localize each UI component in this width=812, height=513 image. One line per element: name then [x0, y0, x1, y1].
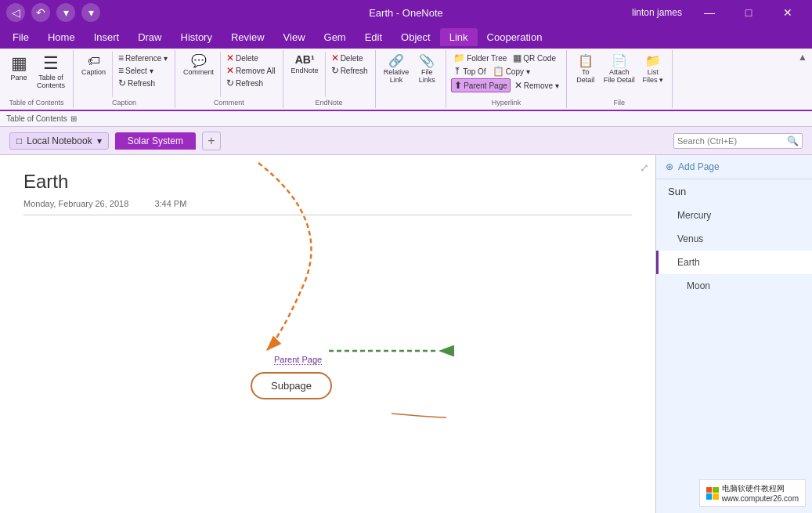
search-icon[interactable]: 🔍 — [787, 135, 799, 146]
ribbon-collapse-button[interactable]: ▲ — [798, 52, 807, 63]
to-detail-icon: 📋 — [578, 53, 594, 68]
endnote-col: ✕ Delete ↻ Refresh — [329, 52, 370, 77]
top-of-button[interactable]: ⤒ Top Of — [451, 65, 488, 78]
parent-page-annotation-label: Parent Page — [274, 355, 322, 365]
copy-icon: 📋 — [493, 66, 504, 77]
menu-cooperation[interactable]: Cooperation — [478, 28, 552, 46]
list-files-button[interactable]: 📁 ListFiles ▾ — [639, 52, 667, 85]
solar-system-tab[interactable]: Solar System — [115, 132, 196, 150]
add-tab-button[interactable]: + — [202, 132, 221, 150]
comment-button[interactable]: 💬 Comment — [180, 52, 217, 78]
ribbon-group-file: 📋 ToDetail 📄 AttachFile Detail 📁 ListFil… — [567, 50, 673, 108]
ribbon-group-toc: ▦ Pane ☰ Table ofContents Table of Conte… — [0, 50, 74, 108]
note-title[interactable]: Earth — [23, 171, 632, 193]
comment-group-label: Comment — [175, 99, 283, 107]
redo-dropdown[interactable]: ▾ — [56, 3, 75, 22]
delete-comment-icon: ✕ — [226, 52, 234, 63]
menu-review[interactable]: Review — [222, 28, 274, 46]
page-item-moon[interactable]: Moon — [656, 274, 812, 298]
remove-all-button[interactable]: ✕ Remove All — [224, 64, 278, 77]
add-page-label: Add Page — [678, 161, 720, 172]
toc-group-label: Table of Contents — [0, 99, 73, 107]
refresh-endnote-button[interactable]: ↻ Refresh — [329, 64, 370, 77]
caption-button[interactable]: 🏷 Caption — [78, 52, 109, 78]
list-files-icon: 📁 — [645, 53, 661, 68]
delete-comment-button[interactable]: ✕ Delete — [224, 52, 278, 64]
hyperlink-group-label: Hyperlink — [446, 99, 566, 107]
toolbar-expand-icon[interactable]: ⊞ — [70, 114, 77, 123]
menu-edit[interactable]: Edit — [355, 28, 392, 46]
note-date: Monday, February 26, 2018 — [23, 199, 128, 208]
qr-code-button[interactable]: ▦ QR Code — [511, 52, 558, 64]
endnote-sep — [325, 52, 326, 97]
note-meta: Monday, February 26, 2018 3:44 PM — [23, 199, 632, 215]
quick-access[interactable]: ▾ — [81, 3, 100, 22]
delete-endnote-button[interactable]: ✕ Delete — [329, 52, 370, 64]
toc-icon: ☰ — [43, 53, 59, 74]
ribbon-group-endnote: AB¹ EndNote ✕ Delete ↻ Refresh EndNote — [283, 50, 376, 108]
back-button[interactable]: ◁ — [6, 3, 25, 22]
remove-icon: ✕ — [514, 80, 522, 91]
close-button[interactable]: ✕ — [770, 0, 806, 25]
comment-col: ✕ Delete ✕ Remove All ↻ Refresh — [224, 52, 278, 89]
comment-sep — [220, 52, 221, 97]
menu-insert[interactable]: Insert — [85, 28, 129, 46]
toolbar-area: Table of Contents ⊞ — [0, 111, 812, 127]
menu-gem[interactable]: Gem — [315, 28, 355, 46]
menu-home[interactable]: Home — [38, 28, 85, 46]
search-box[interactable]: 🔍 — [673, 133, 803, 149]
minimize-button[interactable]: — — [691, 0, 727, 25]
remove-all-icon: ✕ — [226, 65, 234, 76]
note-time: 3:44 PM — [154, 199, 186, 208]
select-button[interactable]: ≡ Select ▾ — [116, 64, 170, 77]
page-item-earth[interactable]: Earth — [656, 251, 812, 274]
menu-draw[interactable]: Draw — [128, 28, 171, 46]
menu-history[interactable]: History — [171, 28, 222, 46]
title-bar: ◁ ↶ ▾ ▾ Earth - OneNote linton james — □… — [0, 0, 812, 25]
remove-button[interactable]: ✕ Remove ▾ — [512, 79, 561, 92]
notebook-button[interactable]: □ Local Notebook ▾ — [9, 132, 109, 150]
top-of-icon: ⤒ — [453, 66, 461, 77]
refresh-caption-button[interactable]: ↻ Refresh — [116, 77, 170, 89]
refresh-comment-icon: ↻ — [226, 78, 234, 89]
table-of-contents-button[interactable]: ☰ Table ofContents — [34, 52, 68, 91]
add-page-button[interactable]: ⊕ Add Page — [656, 155, 812, 179]
caption-icon: 🏷 — [88, 53, 100, 68]
endnote-group-label: EndNote — [283, 99, 375, 107]
reference-button[interactable]: ≡ Reference ▾ — [116, 52, 170, 64]
ribbon-group-links: 🔗 RelativeLink 📎 FileLinks — [376, 50, 447, 108]
watermark: 电脑软硬件教程网www.computer26.com — [699, 479, 806, 507]
menu-view[interactable]: View — [274, 28, 315, 46]
caption-group-label: Caption — [74, 99, 175, 107]
menu-file[interactable]: File — [3, 28, 38, 46]
parent-page-icon: ⬆ — [454, 80, 462, 91]
page-item-mercury[interactable]: Mercury — [656, 204, 812, 227]
note-area: ⤢ Earth Monday, February 26, 2018 3:44 P… — [0, 155, 655, 513]
to-detail-button[interactable]: 📋 ToDetail — [572, 52, 600, 85]
search-input[interactable] — [677, 136, 787, 146]
subpage-to-moon-arrow — [392, 414, 446, 417]
pane-button[interactable]: ▦ Pane — [5, 52, 33, 83]
undo-button[interactable]: ↶ — [31, 3, 50, 22]
page-item-sun[interactable]: Sun — [656, 179, 812, 204]
folder-tree-button[interactable]: 📁 Folder Tree — [451, 52, 509, 64]
folder-tree-icon: 📁 — [453, 52, 465, 63]
file-links-button[interactable]: 📎 FileLinks — [413, 52, 441, 85]
relative-link-button[interactable]: 🔗 RelativeLink — [381, 52, 413, 85]
page-item-venus[interactable]: Venus — [656, 227, 812, 251]
notebook-label: Local Notebook — [27, 135, 92, 146]
resize-icon[interactable]: ⤢ — [640, 161, 649, 174]
refresh-comment-button[interactable]: ↻ Refresh — [224, 77, 278, 89]
endnote-icon: AB¹ — [295, 53, 315, 67]
reference-icon: ≡ — [118, 52, 124, 63]
ribbon-group-hyperlink: 📁 Folder Tree ▦ QR Code ⤒ Top Of 📋 Copy … — [446, 50, 567, 108]
copy-button[interactable]: 📋 Copy ▾ — [490, 65, 532, 78]
menu-link[interactable]: Link — [440, 28, 478, 46]
parent-page-button[interactable]: ⬆ Parent Page — [451, 78, 511, 92]
endnote-button[interactable]: AB¹ EndNote — [288, 52, 322, 76]
qr-code-icon: ▦ — [513, 52, 521, 63]
attach-file-detail-button[interactable]: 📄 AttachFile Detail — [601, 52, 638, 85]
menu-object[interactable]: Object — [392, 28, 440, 46]
caption-sep — [112, 52, 113, 97]
maximize-button[interactable]: □ — [731, 0, 767, 25]
